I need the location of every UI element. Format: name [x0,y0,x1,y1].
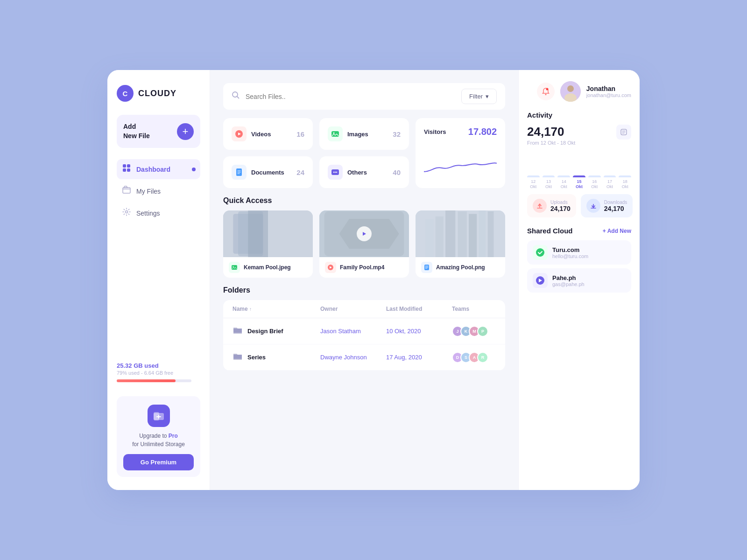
add-file-label: AddNew File [123,122,150,140]
play-button[interactable] [357,226,372,241]
svg-rect-35 [479,210,486,257]
svg-point-13 [333,133,335,134]
others-label: Others [347,169,367,176]
shared-info-0: Turu.com hello@turu.com [552,246,588,259]
bar-2 [557,175,570,177]
quick-card-footer-2: Amazing Pool.png [416,257,505,278]
notification-button[interactable] [537,83,555,100]
col-modified: Last Modified [386,306,452,312]
shared-item-1: Pahe.ph gas@pahe.ph [527,268,631,293]
bar-3-active [573,175,585,177]
activity-header: 24,170 From 12 Okt - 18 Okt [527,125,631,146]
add-file-row: AddNew File + [117,115,200,148]
svg-rect-3 [127,168,130,172]
folder-name-0: Design Brief [247,328,283,335]
svg-rect-22 [248,210,268,257]
downloads-card: Downloads 24,170 [581,194,633,217]
sidebar: C CLOUDY AddNew File + Dashboard [107,70,210,490]
svg-point-5 [126,211,128,213]
folders-title: Folders [223,286,505,294]
go-premium-button[interactable]: Go Premium [123,454,194,470]
col-name: Name ↑ [233,306,320,312]
svg-rect-36 [488,211,494,257]
downloads-value: 24,170 [604,205,627,212]
video-icon [232,126,247,141]
videos-label: Videos [251,131,271,138]
quick-file-icon-1 [325,262,336,273]
shared-item-0: Turu.com hello@turu.com [527,240,631,265]
svg-point-18 [336,172,337,173]
quick-file-icon-0 [229,262,240,273]
svg-point-16 [333,172,334,173]
downloads-label: Downloads [604,200,627,205]
bar-group-3: 15Okt [573,175,585,189]
quick-card-footer-1: Family Pool.mp4 [319,257,409,278]
images-label: Images [347,131,368,138]
upgrade-folder-icon [148,405,170,427]
bar-group-0: 12Okt [527,175,540,189]
folder-icon-0 [233,325,243,337]
bar-label-0: 12Okt [530,179,536,189]
filter-button[interactable]: Filter ▾ [461,89,497,104]
shared-name-1: Pahe.ph [552,274,585,281]
right-panel: Jonathan jonathan@turu.com Activity 24,1… [518,70,640,490]
search-input[interactable] [246,93,456,100]
avatar: R [477,352,488,363]
sidebar-item-myfiles[interactable]: My Files [117,181,200,201]
shared-title: Shared Cloud [527,227,573,235]
svg-point-41 [546,88,548,91]
date-0: 10 Okt, 2020 [386,328,452,335]
add-new-file-button[interactable]: + [177,123,194,140]
folders-table: Name ↑ Owner Last Modified Teams [223,300,505,371]
user-avatar [560,81,581,102]
chevron-down-icon: ▾ [486,93,489,100]
add-new-shared-button[interactable]: + Add New [603,228,631,234]
downloads-icon [586,199,600,213]
uploads-icon [533,199,547,213]
uploads-label: Uploads [550,200,571,205]
svg-marker-28 [363,232,366,236]
svg-rect-32 [445,210,455,257]
svg-rect-4 [123,188,130,193]
settings-label: Settings [136,210,160,217]
shared-logo-1 [533,273,548,288]
team-avatars-0: J K M P [452,326,496,337]
svg-point-46 [536,248,544,257]
documents-label: Documents [251,169,284,176]
documents-icon [232,165,247,180]
svg-rect-33 [458,211,467,257]
sidebar-item-settings[interactable]: Settings [117,203,200,223]
user-name: Jonathan [586,85,631,92]
bar-6 [619,175,631,177]
visitors-card: Visitors 17.802 [416,118,505,188]
bar-4 [588,175,601,177]
svg-point-17 [335,172,336,173]
folders-table-header: Name ↑ Owner Last Modified Teams [223,300,505,318]
storage-info: 25.32 GB used 79% used - 6.64 GB free [117,353,200,388]
svg-rect-2 [123,168,126,172]
shared-logo-0 [533,245,548,260]
file-card-others: Others 40 [319,156,409,188]
sidebar-item-dashboard[interactable]: Dashboard [117,159,200,179]
uploads-downloads: Uploads 24,170 Downloads 24,170 [527,194,631,217]
activity-options-button[interactable] [616,125,631,140]
team-avatars-1: D S A R [452,352,496,363]
shared-header: Shared Cloud + Add New [527,227,631,235]
table-row: Series Dwayne Johnson 17 Aug, 2020 D S A… [223,344,505,371]
svg-point-43 [567,85,574,92]
file-card-images: Images 32 [319,118,409,150]
uploads-value: 24,170 [550,205,571,212]
user-profile: Jonathan jonathan@turu.com [527,81,631,102]
app-name: CLOUDY [138,89,176,98]
bar-label-4: 16Okt [591,179,598,189]
folder-name-1: Series [247,354,266,361]
quick-card-0: Kemam Pool.jpeg [223,210,313,278]
main-content: Filter ▾ Videos [210,70,518,490]
col-teams: Teams [452,306,496,312]
visitors-label: Visitors [424,128,446,135]
others-icon [328,165,343,180]
documents-count: 24 [296,168,304,176]
quick-file-name-0: Kemam Pool.jpeg [244,264,291,271]
activity-section: Activity 24,170 From 12 Okt - 18 Okt 12O… [527,111,631,217]
owner-1: Dwayne Johnson [320,354,386,361]
